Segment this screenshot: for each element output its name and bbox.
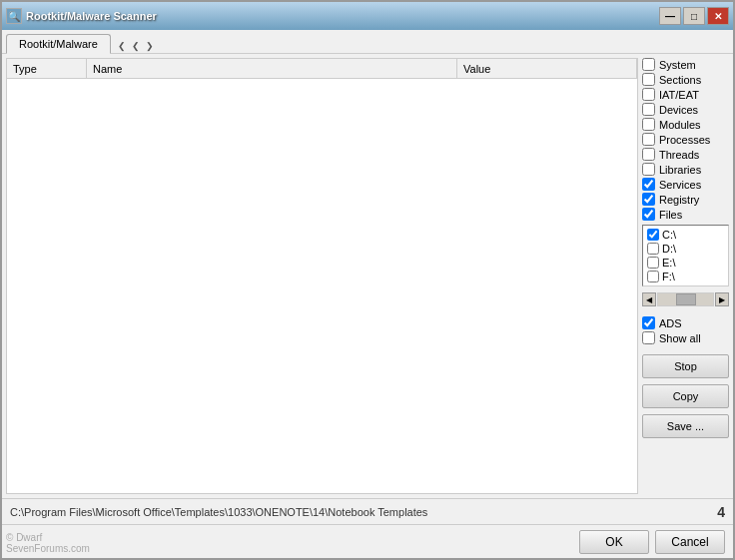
drive-f-label: F:\: [662, 271, 675, 282]
app-icon: 🔍: [6, 8, 22, 24]
checkbox-iat-eat-label: IAT/EAT: [659, 89, 699, 101]
checkbox-iat-eat[interactable]: IAT/EAT: [642, 88, 729, 101]
checkbox-files-label: Files: [659, 209, 682, 221]
stop-button[interactable]: Stop: [642, 354, 729, 378]
drive-scrollbar: ◀ ▶: [642, 291, 729, 307]
checkbox-system[interactable]: System: [642, 58, 729, 71]
checkbox-threads-label: Threads: [659, 149, 699, 161]
drive-f-checkbox[interactable]: [647, 271, 659, 282]
window-title: Rootkit/Malware Scanner: [26, 10, 157, 22]
checkbox-devices-label: Devices: [659, 104, 698, 116]
scroll-left-button[interactable]: ◀: [642, 292, 656, 306]
minimize-button[interactable]: —: [659, 7, 681, 25]
tab-bar: Rootkit/Malware ❮ ❮ ❯: [2, 30, 733, 54]
drive-f[interactable]: F:\: [645, 270, 726, 283]
main-window: 🔍 Rootkit/Malware Scanner — □ ✕ Rootkit/…: [0, 0, 735, 560]
checkbox-threads[interactable]: Threads: [642, 148, 729, 161]
col-header-name: Name: [87, 59, 457, 78]
checkbox-processes-input[interactable]: [642, 133, 655, 146]
checkbox-show-all-label: Show all: [659, 332, 701, 344]
checkbox-sections-label: Sections: [659, 74, 701, 86]
checkbox-registry-label: Registry: [659, 194, 699, 206]
checkbox-modules[interactable]: Modules: [642, 118, 729, 131]
drive-c-checkbox[interactable]: [647, 229, 659, 241]
drive-e-checkbox[interactable]: [647, 257, 659, 269]
drive-d[interactable]: D:\: [645, 242, 726, 256]
bottom-bar: OK Cancel: [2, 524, 733, 558]
tab-arrows: ❮ ❮ ❯: [115, 39, 157, 53]
checkbox-registry-input[interactable]: [642, 193, 655, 206]
checkbox-sections-input[interactable]: [642, 73, 655, 86]
scroll-right-button[interactable]: ▶: [715, 292, 729, 306]
save-button[interactable]: Save ...: [642, 414, 729, 438]
tab-arrow-prev2[interactable]: ❮: [129, 39, 143, 53]
title-bar: 🔍 Rootkit/Malware Scanner — □ ✕: [2, 2, 733, 30]
content-area: Type Name Value System Sections IAT/EAT: [2, 54, 733, 498]
column-headers: Type Name Value: [7, 59, 637, 79]
checkbox-services-input[interactable]: [642, 178, 655, 191]
checkbox-libraries-label: Libraries: [659, 164, 701, 176]
checkbox-show-all-input[interactable]: [642, 331, 655, 344]
status-bar: C:\Program Files\Microsoft Office\Templa…: [2, 498, 733, 524]
col-header-value: Value: [457, 59, 637, 78]
checkbox-files-input[interactable]: [642, 208, 655, 221]
drive-d-checkbox[interactable]: [647, 243, 659, 255]
col-header-type: Type: [7, 59, 87, 78]
ok-button[interactable]: OK: [579, 530, 649, 554]
checkbox-services[interactable]: Services: [642, 178, 729, 191]
title-bar-left: 🔍 Rootkit/Malware Scanner: [6, 8, 157, 24]
copy-button[interactable]: Copy: [642, 384, 729, 408]
maximize-button[interactable]: □: [683, 7, 705, 25]
checkbox-threads-input[interactable]: [642, 148, 655, 161]
scroll-thumb[interactable]: [676, 293, 696, 305]
status-count: 4: [717, 504, 725, 520]
checkbox-registry[interactable]: Registry: [642, 193, 729, 206]
status-path: C:\Program Files\Microsoft Office\Templa…: [10, 506, 709, 518]
checkbox-processes-label: Processes: [659, 134, 710, 146]
drive-e-label: E:\: [662, 257, 675, 269]
drive-e[interactable]: E:\: [645, 256, 726, 270]
cancel-button[interactable]: Cancel: [655, 530, 725, 554]
checkbox-ads-label: ADS: [659, 317, 682, 329]
right-panel: System Sections IAT/EAT Devices Modules: [638, 54, 733, 498]
main-panel: Type Name Value: [6, 58, 638, 494]
drive-d-label: D:\: [662, 243, 676, 255]
checkbox-show-all[interactable]: Show all: [642, 331, 729, 344]
tab-arrow-next[interactable]: ❯: [143, 39, 157, 53]
close-button[interactable]: ✕: [707, 7, 729, 25]
checkbox-ads-input[interactable]: [642, 316, 655, 329]
scroll-track[interactable]: [657, 292, 714, 306]
checkbox-modules-input[interactable]: [642, 118, 655, 131]
checkbox-system-label: System: [659, 59, 696, 71]
checkbox-processes[interactable]: Processes: [642, 133, 729, 146]
checkbox-sections[interactable]: Sections: [642, 73, 729, 86]
drive-c[interactable]: C:\: [645, 228, 726, 242]
checkbox-system-input[interactable]: [642, 58, 655, 71]
checkbox-files[interactable]: Files: [642, 208, 729, 221]
tab-arrow-prev1[interactable]: ❮: [115, 39, 129, 53]
checkbox-ads[interactable]: ADS: [642, 316, 729, 329]
drive-section: C:\ D:\ E:\ F:\: [642, 225, 729, 286]
checkbox-libraries-input[interactable]: [642, 163, 655, 176]
data-area: [7, 79, 637, 493]
checkbox-iat-eat-input[interactable]: [642, 88, 655, 101]
checkbox-devices-input[interactable]: [642, 103, 655, 116]
title-buttons: — □ ✕: [659, 7, 729, 25]
checkbox-devices[interactable]: Devices: [642, 103, 729, 116]
checkbox-modules-label: Modules: [659, 119, 701, 131]
checkbox-libraries[interactable]: Libraries: [642, 163, 729, 176]
tab-rootkit-malware[interactable]: Rootkit/Malware: [6, 34, 111, 54]
drive-c-label: C:\: [662, 229, 676, 241]
checkbox-services-label: Services: [659, 179, 701, 191]
